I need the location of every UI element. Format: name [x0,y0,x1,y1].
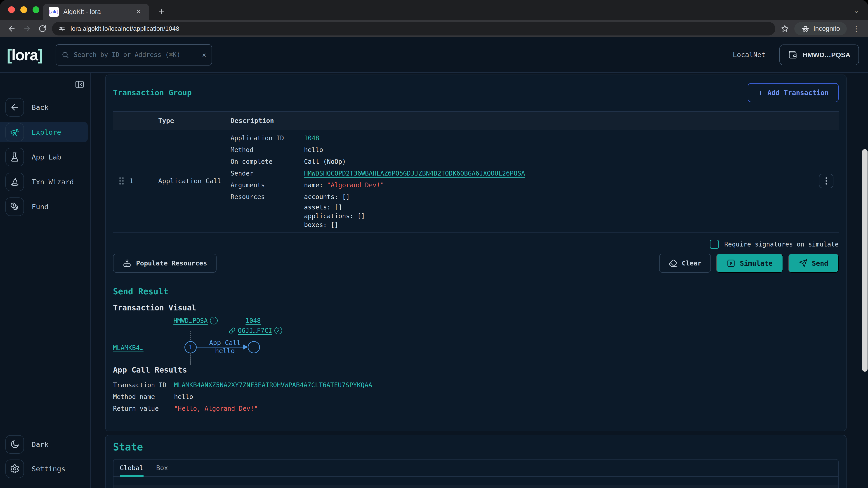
application-id-link[interactable]: 1048 [304,134,319,142]
result-transaction-id: Transaction ID MLAMKB4ANXZ5NA2XY7ZNF3EAI… [113,379,839,391]
result-method-name: Method name hello [113,391,839,403]
state-title: State [113,441,839,453]
argument-string-value: "Algorand Dev!" [327,182,384,189]
forward-icon[interactable] [21,23,33,35]
sidebar-collapse-icon[interactable] [74,79,85,90]
incognito-badge: Incognito [794,22,847,35]
browser-tab-bar: [ak] AlgoKit - lora ✕ + ⌄ [0,0,868,20]
send-icon [799,259,807,267]
sidebar-item-label: Fund [32,203,49,211]
visual-application-link[interactable]: 1048 [246,317,260,324]
require-signatures-label: Require signatures on simulate [724,240,839,248]
lora-app: [lora] ✕ LocalNet HMWD…PQSA [0,37,868,488]
visual-sender-link[interactable]: HMWD…PQSA [174,317,208,324]
incognito-label: Incognito [813,25,840,32]
tab-close-icon[interactable]: ✕ [134,7,143,16]
field-method: Method hello [230,144,814,156]
bookmark-star-icon[interactable] [779,23,791,35]
require-signatures-checkbox[interactable] [710,240,719,249]
search-input[interactable] [74,51,197,59]
sidebar-item-app-lab[interactable]: App Lab [0,147,88,167]
reload-icon[interactable] [37,23,49,35]
clear-button[interactable]: Clear [659,254,711,273]
zoom-window-button[interactable] [33,6,39,13]
url-text: lora.algokit.io/localnet/application/104… [70,25,179,32]
field-application-id: Application ID 1048 [230,132,814,144]
gear-icon [5,459,24,478]
eraser-icon [669,259,677,267]
sidebar-item-label: Txn Wizard [32,178,74,186]
send-button[interactable]: Send [788,254,839,273]
browser-menu-icon[interactable]: ⋮ [850,23,862,35]
sidebar-item-txn-wizard[interactable]: Txn Wizard [0,172,88,192]
group-badge: 2 [274,327,282,334]
row-menu-button[interactable] [819,174,833,188]
minimize-window-button[interactable] [20,6,27,13]
close-window-button[interactable] [8,6,15,13]
sidebar-item-label: Settings [32,465,65,473]
browser-tab[interactable]: [ak] AlgoKit - lora ✕ [43,4,149,20]
moon-icon [5,435,24,454]
tab-title: AlgoKit - lora [63,8,129,15]
transaction-type: Application Call [158,177,230,185]
coins-icon [5,197,24,216]
sender-address-link[interactable]: HMWDSHQCOPD2T36WBAHLAZ6PO5GDJJZBN4D2TODK… [304,170,525,177]
state-panel: Global Box Key Type Value [113,459,839,488]
state-card: State Global Box Key Type Value [105,435,846,488]
populate-resources-button[interactable]: Populate Resources [113,254,217,273]
call-to-node[interactable] [248,341,260,353]
incognito-icon [801,24,810,33]
transaction-visual-title: Transaction Visual [113,303,839,312]
sidebar-item-explore[interactable]: Explore [0,122,88,142]
visual-group-link[interactable]: O6JJ…F7CI [238,327,272,334]
column-type: Type [158,117,230,125]
address-bar[interactable]: lora.algokit.io/localnet/application/104… [52,22,775,35]
add-transaction-button[interactable]: + Add Transaction [748,83,839,102]
sender-badge: 1 [210,317,218,324]
network-selector[interactable]: LocalNet [733,51,766,59]
tab-search-chevron-icon[interactable]: ⌄ [850,4,862,16]
row-index: 1 [129,177,133,185]
transaction-table-header: Type Description [113,111,839,130]
site-settings-icon[interactable] [58,25,66,33]
browser-window: [ak] AlgoKit - lora ✕ + ⌄ lora.algokit.i… [0,0,868,488]
sidebar-item-label: Dark [32,440,49,449]
sidebar-item-label: App Lab [32,153,61,161]
play-square-icon [727,259,735,267]
sidebar-item-label: Back [32,103,49,111]
state-tabs: Global Box [114,459,838,477]
sidebar-item-theme-toggle[interactable]: Dark [0,434,88,455]
field-sender: Sender HMWDSHQCOPD2T36WBAHLAZ6PO5GDJJZBN… [230,168,814,180]
visual-transaction-link[interactable]: MLAMKB4… [113,344,144,352]
browser-toolbar: lora.algokit.io/localnet/application/104… [0,20,868,37]
back-icon[interactable] [6,23,18,35]
global-search: ✕ [56,44,212,66]
sidebar-item-settings[interactable]: Settings [0,459,88,479]
transaction-id-link[interactable]: MLAMKB4ANXZ5NA2XY7ZNF3EAIROHVWPAB4A7CLT6… [174,381,372,389]
search-icon [61,51,69,59]
download-tray-icon [123,259,131,268]
favicon: [ak] [49,7,59,17]
send-result-title: Send Result [113,287,839,296]
sidebar-item-back[interactable]: Back [0,97,88,118]
transaction-visual-diagram: HMWD…PQSA 1 1048 O6JJ…F7CI 2 [113,315,839,364]
main-content: Transaction Group + Add Transaction Type… [91,73,868,488]
tab-box[interactable]: Box [156,459,168,476]
call-from-node[interactable]: 1 [184,341,197,353]
wallet-button[interactable]: HMWD…PQSA [779,44,859,65]
column-description: Description [230,117,814,125]
transaction-row: 1 Application Call Application ID 1048 M… [113,130,839,233]
drag-handle-icon[interactable] [119,177,124,185]
sidebar-item-fund[interactable]: Fund [0,197,88,217]
plus-icon: + [758,88,763,98]
tab-global[interactable]: Global [120,459,144,476]
simulate-button[interactable]: Simulate [716,254,783,273]
lora-logo[interactable]: [lora] [7,46,42,64]
transaction-group-title: Transaction Group [113,88,192,97]
search-clear-icon[interactable]: ✕ [202,51,206,59]
transaction-table: Type Description 1 Application Call [113,111,839,233]
wizard-hat-icon [5,173,24,191]
wallet-address: HMWD…PQSA [802,51,850,59]
new-tab-button[interactable]: + [156,7,168,17]
page-scrollbar[interactable] [862,149,868,372]
